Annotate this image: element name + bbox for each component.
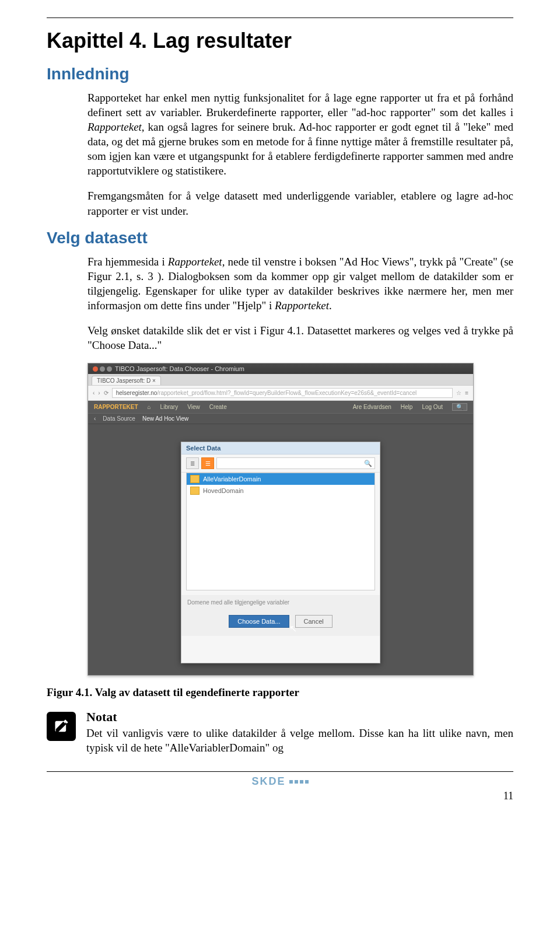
list-view-icon[interactable]: ☰ bbox=[201, 457, 214, 469]
list-item[interactable]: HovedDomain bbox=[187, 485, 374, 497]
window-titlebar: TIBCO Jaspersoft: Data Chooser - Chromiu… bbox=[88, 363, 473, 374]
note-heading: Notat bbox=[86, 709, 513, 725]
url-path: /rapporteket_prod/flow.html?_flowId=quer… bbox=[157, 390, 416, 396]
bar-datasource[interactable]: Data Source bbox=[103, 415, 135, 422]
menu-library[interactable]: Library bbox=[160, 404, 178, 410]
choose-data-button[interactable]: Choose Data... bbox=[229, 615, 289, 628]
search-icon: 🔍 bbox=[364, 460, 372, 467]
figure-caption: Figur 4.1. Valg av datasett til egendefi… bbox=[47, 686, 513, 699]
para1-text-a: Rapporteket har enkel men nyttig funksjo… bbox=[88, 92, 513, 118]
list-item-label: HovedDomain bbox=[203, 487, 244, 494]
list-item-selected[interactable]: AlleVariablerDomain bbox=[187, 473, 374, 485]
menu-view[interactable]: View bbox=[187, 404, 200, 410]
browser-urlbar[interactable]: helseregister.no/rapporteket_prod/flow.h… bbox=[112, 388, 453, 398]
menu-help[interactable]: Help bbox=[401, 404, 413, 410]
bookmark-star-icon[interactable]: ☆ bbox=[456, 390, 461, 396]
browser-forward-icon[interactable]: › bbox=[98, 390, 100, 396]
dialog-search-input[interactable]: 🔍 bbox=[216, 457, 375, 469]
logo-dots-icon bbox=[289, 780, 309, 784]
window-title: TIBCO Jaspersoft: Data Chooser - Chromiu… bbox=[115, 365, 244, 372]
app-menubar: RAPPORTEKET ⌂ Library View Create Are Ed… bbox=[88, 401, 473, 413]
tree-view-icon[interactable]: ≣ bbox=[186, 457, 199, 469]
browser-back-icon[interactable]: ‹ bbox=[93, 390, 94, 396]
bar-newview: New Ad Hoc View bbox=[142, 415, 188, 422]
dialog-buttons: Choose Data... Cancel bbox=[181, 609, 380, 636]
chapter-title: Kapittel 4. Lag resultater bbox=[47, 29, 513, 53]
minimize-icon[interactable] bbox=[100, 366, 105, 372]
app-body: Select Data ≣ ☰ 🔍 AlleVariablerDomain Ho… bbox=[88, 424, 473, 675]
figure-screenshot: TIBCO Jaspersoft: Data Chooser - Chromiu… bbox=[88, 363, 474, 676]
close-icon[interactable] bbox=[93, 366, 98, 372]
folder-icon bbox=[190, 487, 200, 495]
paragraph-2: Fremgangsmåten for å velge datasett med … bbox=[88, 188, 513, 218]
browser-reload-icon[interactable]: ⟳ bbox=[104, 390, 108, 396]
folder-icon bbox=[190, 475, 200, 483]
paragraph-4: Velg ønsket datakilde slik det er vist i… bbox=[88, 323, 513, 352]
browser-urlbar-row: ‹ › ⟳ helseregister.no/rapporteket_prod/… bbox=[88, 385, 473, 401]
top-rule bbox=[47, 18, 513, 18]
para1-rapporteket: Rapporteket bbox=[88, 121, 142, 133]
select-data-dialog: Select Data ≣ ☰ 🔍 AlleVariablerDomain Ho… bbox=[181, 442, 380, 663]
window-controls[interactable] bbox=[93, 366, 112, 372]
url-host: helseregister.no bbox=[116, 390, 158, 396]
dialog-toolbar: ≣ ☰ 🔍 bbox=[181, 454, 380, 473]
page-number: 11 bbox=[47, 790, 513, 802]
menu-user[interactable]: Are Edvardsen bbox=[353, 404, 391, 410]
para3-rapporteket-1: Rapporteket bbox=[168, 256, 222, 268]
dialog-footer-text: Domene med alle tilgjengelige variabler bbox=[181, 595, 380, 609]
footer-logo: SKDE bbox=[47, 775, 513, 788]
section-velg-datasett: Velg datasett bbox=[47, 229, 513, 247]
menu-home-icon[interactable]: ⌂ bbox=[148, 404, 151, 410]
app-secondbar: ‹ Data Source New Ad Hoc View bbox=[88, 413, 473, 424]
list-item-label-selected: AlleVariablerDomain bbox=[203, 476, 261, 483]
toggle-icon[interactable]: ‹ bbox=[94, 415, 96, 422]
note-icon bbox=[47, 712, 76, 741]
menu-search-icon[interactable]: 🔍 bbox=[452, 403, 467, 411]
para3-text-e: . bbox=[329, 299, 332, 312]
para3-rapporteket-2: Rapporteket bbox=[275, 299, 329, 312]
cancel-button[interactable]: Cancel bbox=[295, 615, 332, 628]
paragraph-3: Fra hjemmesida i Rapporteket, nede til v… bbox=[88, 254, 513, 313]
paragraph-1: Rapporteket har enkel men nyttig funksjo… bbox=[88, 90, 513, 178]
app-brand[interactable]: RAPPORTEKET bbox=[94, 404, 138, 410]
section-innledning: Innledning bbox=[47, 65, 513, 83]
browser-tab[interactable]: TIBCO Jaspersoft: D × bbox=[92, 376, 161, 385]
dialog-list: AlleVariablerDomain HovedDomain bbox=[186, 473, 375, 590]
logo-text: SKDE bbox=[251, 775, 285, 788]
browser-menu-icon[interactable]: ≡ bbox=[465, 390, 468, 396]
browser-tabstrip: TIBCO Jaspersoft: D × bbox=[88, 374, 473, 385]
para3-text-a: Fra hjemmesida i bbox=[88, 256, 168, 268]
menu-create[interactable]: Create bbox=[209, 404, 227, 410]
para1-text-c: , kan også lagres for seinere bruk. Ad-h… bbox=[88, 121, 513, 177]
menu-logout[interactable]: Log Out bbox=[422, 404, 443, 410]
bottom-rule bbox=[47, 771, 513, 772]
dialog-title: Select Data bbox=[181, 442, 380, 454]
maximize-icon[interactable] bbox=[107, 366, 112, 372]
note-body: Det vil vanligvis være to ulike datakild… bbox=[86, 726, 513, 755]
